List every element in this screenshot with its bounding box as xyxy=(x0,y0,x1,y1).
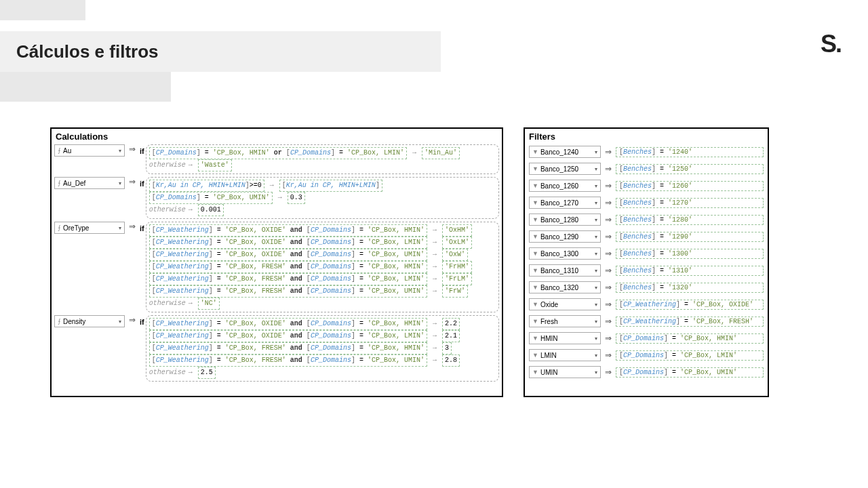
chevron-down-icon: ▾ xyxy=(595,149,597,155)
arrow-icon: → xyxy=(270,180,274,191)
page-title: Cálculos e filtros xyxy=(16,41,159,62)
chevron-down-icon: ▾ xyxy=(595,319,597,325)
filter-condition[interactable]: [CP_Weathering] = 'CP_Box, OXIDE' xyxy=(616,300,764,310)
result-value[interactable]: 2.2 xyxy=(442,318,460,330)
filter-name-select[interactable]: ▼Banco_1280▾ xyxy=(529,214,601,226)
condition[interactable]: [CP_Weathering] = 'CP_Box, FRESH' and [C… xyxy=(149,285,427,298)
filters-panel: Filters ▼Banco_1240▾⇒[Benches] = '1240'▼… xyxy=(524,127,769,397)
filter-condition[interactable]: [CP_Domains] = 'CP_Box, LMIN' xyxy=(616,350,764,361)
arrow-icon: ⇒ xyxy=(605,283,612,292)
result-value[interactable]: 'FrW' xyxy=(442,285,468,298)
filter-name-select[interactable]: ▼Banco_1250▾ xyxy=(529,163,601,175)
filter-name-select[interactable]: ▼Banco_1290▾ xyxy=(529,230,601,243)
filter-name-select[interactable]: ▼Oxide▾ xyxy=(529,298,601,310)
filter-condition[interactable]: [Benches] = '1250' xyxy=(616,164,764,174)
result-value[interactable]: 'Waste' xyxy=(198,159,232,171)
result-value[interactable]: 2.8 xyxy=(442,354,460,367)
calc-row: ⨍Au_Def▾⇒if[Kr,Au in CP, HMIN+LMIN]>=0→[… xyxy=(52,177,502,219)
filter-name-select[interactable]: ▼HMIN▾ xyxy=(529,332,601,344)
filter-name-select[interactable]: ▼Banco_1310▾ xyxy=(529,264,601,277)
result-value[interactable]: 0.001 xyxy=(198,204,224,216)
rule-line: [CP_Weathering] = 'CP_Box, OXIDE' and [C… xyxy=(149,330,496,342)
chevron-down-icon: ▾ xyxy=(595,251,597,257)
calc-row: ⨍Density▾⇒if[CP_Weathering] = 'CP_Box, O… xyxy=(52,315,502,382)
calc-name-select[interactable]: ⨍Density▾ xyxy=(54,315,125,327)
condition[interactable]: [CP_Weathering] = 'CP_Box, OXIDE' and [C… xyxy=(149,249,427,261)
filter-condition[interactable]: [Benches] = '1290' xyxy=(616,232,764,242)
decorative-corner xyxy=(0,0,85,20)
calc-name-select[interactable]: ⨍Au_Def▾ xyxy=(54,177,125,189)
calc-name-select[interactable]: ⨍OreType▾ xyxy=(54,222,125,234)
result-value[interactable]: 'OxLM' xyxy=(442,237,472,249)
condition[interactable]: [CP_Weathering] = 'CP_Box, FRESH' and [C… xyxy=(149,261,427,273)
condition[interactable]: [CP_Weathering] = 'CP_Box, OXIDE' and [C… xyxy=(149,330,427,342)
filter-condition[interactable]: [Benches] = '1270' xyxy=(616,198,764,208)
calc-name-label: OreType xyxy=(63,224,89,232)
filter-name-select[interactable]: ▼Fresh▾ xyxy=(529,315,601,327)
chevron-down-icon: ▾ xyxy=(595,183,597,189)
condition[interactable]: [Kr,Au in CP, HMIN+LMIN]>=0 xyxy=(149,180,264,192)
filter-name-select[interactable]: ▼Banco_1260▾ xyxy=(529,180,601,192)
result-value[interactable]: 2.1 xyxy=(442,330,460,342)
filter-name-label: Banco_1320 xyxy=(540,284,578,291)
result-value[interactable]: 'OxW' xyxy=(442,249,468,261)
funnel-icon: ▼ xyxy=(532,199,538,206)
filter-condition[interactable]: [Benches] = '1320' xyxy=(616,283,764,293)
rule-line: [CP_Domains] = 'CP_Box, UMIN'→0.3 xyxy=(149,192,496,204)
condition[interactable]: [CP_Domains] = 'CP_Box, HMIN' or [CP_Dom… xyxy=(149,147,407,159)
result-value[interactable]: 'NC' xyxy=(198,298,220,310)
filter-name-select[interactable]: ▼Banco_1240▾ xyxy=(529,146,601,158)
if-label: if xyxy=(140,318,144,326)
filter-condition[interactable]: [CP_Domains] = 'CP_Box, HMIN' xyxy=(616,333,764,344)
filter-name-label: Banco_1250 xyxy=(540,165,578,173)
filter-name-label: Banco_1260 xyxy=(540,182,578,190)
filter-name-select[interactable]: ▼LMIN▾ xyxy=(529,349,601,361)
arrow-icon: ⇒ xyxy=(605,367,612,377)
condition[interactable]: [CP_Weathering] = 'CP_Box, OXIDE' and [C… xyxy=(149,237,427,249)
filter-condition[interactable]: [CP_Domains] = 'CP_Box, UMIN' xyxy=(616,367,764,378)
calc-row: ⨍Au▾⇒if[CP_Domains] = 'CP_Box, HMIN' or … xyxy=(52,144,502,174)
filter-condition[interactable]: [Benches] = '1310' xyxy=(616,266,764,276)
filters-header: Filters xyxy=(525,129,768,144)
arrow-icon: ⇒ xyxy=(605,333,612,343)
arrow-icon: → xyxy=(189,298,193,309)
arrow-icon: ⇒ xyxy=(605,215,612,224)
filter-condition[interactable]: [Benches] = '1260' xyxy=(616,181,764,191)
rule-line: [CP_Weathering] = 'CP_Box, FRESH' and [C… xyxy=(149,261,496,273)
arrow-icon: ⇒ xyxy=(605,300,612,309)
result-value[interactable]: 'OxHM' xyxy=(442,224,472,237)
calc-name-select[interactable]: ⨍Au▾ xyxy=(54,144,125,157)
filter-row: ▼Banco_1280▾⇒[Benches] = '1280' xyxy=(525,212,768,227)
result-value[interactable]: 'FrHM' xyxy=(442,261,472,273)
filter-condition[interactable]: [CP_Weathering] = 'CP_Box, FRESH' xyxy=(616,317,764,327)
chevron-down-icon: ▾ xyxy=(595,268,597,274)
result-value[interactable]: 'FrLM' xyxy=(442,273,472,285)
result-value[interactable]: 3 xyxy=(442,342,452,354)
filter-name-select[interactable]: ▼Banco_1270▾ xyxy=(529,197,601,209)
result-value[interactable]: 'Min_Au' xyxy=(422,147,460,159)
function-icon: ⨍ xyxy=(58,147,61,154)
funnel-icon: ▼ xyxy=(532,318,538,325)
filter-name-select[interactable]: ▼Banco_1320▾ xyxy=(529,281,601,293)
filter-name-label: Banco_1270 xyxy=(540,199,578,207)
result-value[interactable]: 0.3 xyxy=(288,192,305,204)
filter-name-label: Banco_1300 xyxy=(540,250,578,258)
result-value[interactable]: 2.5 xyxy=(198,367,216,379)
condition[interactable]: [CP_Weathering] = 'CP_Box, FRESH' and [C… xyxy=(149,354,427,367)
condition[interactable]: [CP_Weathering] = 'CP_Box, OXIDE' and [C… xyxy=(149,224,427,237)
funnel-icon: ▼ xyxy=(532,284,538,291)
chevron-down-icon: ▾ xyxy=(119,225,121,231)
condition[interactable]: [CP_Weathering] = 'CP_Box, FRESH' and [C… xyxy=(149,273,427,285)
filter-condition[interactable]: [Benches] = '1280' xyxy=(616,215,764,225)
rule-line: otherwise→'Waste' xyxy=(149,159,496,171)
filter-name-select[interactable]: ▼Banco_1300▾ xyxy=(529,247,601,260)
rule-line: otherwise→2.5 xyxy=(149,367,496,379)
filter-condition[interactable]: [Benches] = '1240' xyxy=(616,147,764,157)
condition[interactable]: [CP_Weathering] = 'CP_Box, FRESH' and [C… xyxy=(149,342,427,354)
condition[interactable]: [CP_Domains] = 'CP_Box, UMIN' xyxy=(149,192,273,204)
filter-condition[interactable]: [Benches] = '1300' xyxy=(616,249,764,259)
result-value[interactable]: [Kr,Au in CP, HMIN+LMIN] xyxy=(279,180,382,192)
chevron-down-icon: ▾ xyxy=(119,319,121,325)
filter-name-select[interactable]: ▼UMIN▾ xyxy=(529,366,601,378)
condition[interactable]: [CP_Weathering] = 'CP_Box, OXIDE' and [C… xyxy=(149,318,427,330)
